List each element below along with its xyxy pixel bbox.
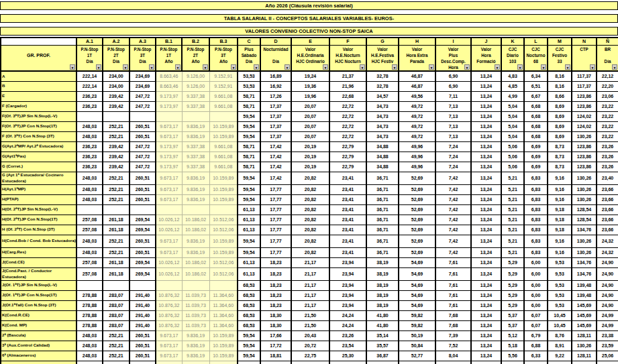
cell-C[interactable]: 68,53 bbox=[238, 300, 260, 310]
cell-I[interactable]: 7,42 bbox=[435, 204, 471, 215]
cell-F[interactable]: 23,94 bbox=[329, 290, 366, 300]
cell-G[interactable]: 36,71 bbox=[366, 184, 399, 194]
cell-K[interactable]: 5,29 bbox=[501, 280, 524, 290]
cell-A.3[interactable]: 269,54 bbox=[130, 215, 156, 225]
row-label[interactable]: J(Of. 1ªT)JP Sin N.Stop(L-V) bbox=[1, 280, 76, 290]
cell-A.2[interactable]: 234,00 bbox=[103, 81, 130, 91]
filter-dropdown-icon[interactable]: ▼ bbox=[149, 64, 154, 70]
col-header-I[interactable]: Valor Plus Desc.Comp. Hora▼ bbox=[435, 45, 471, 71]
cell-L[interactable]: 6,79 bbox=[524, 330, 548, 341]
cell-D[interactable]: 18,23 bbox=[260, 267, 291, 280]
cell-M[interactable]: 9,53 bbox=[548, 257, 572, 267]
filter-dropdown-icon[interactable]: ▼ bbox=[70, 64, 75, 70]
cell-Ñ[interactable]: 23,66 bbox=[597, 225, 618, 235]
cell-A.3[interactable]: 234,69 bbox=[130, 71, 156, 81]
cell-H[interactable]: 52,69 bbox=[399, 194, 435, 204]
cell-J[interactable]: 13,24 bbox=[471, 121, 501, 131]
cell-G[interactable]: 34,88 bbox=[366, 141, 399, 151]
cell-I[interactable]: 7,24 bbox=[435, 141, 471, 151]
cell-L[interactable]: 6,83 bbox=[524, 172, 548, 184]
cell-N[interactable]: 124,02 bbox=[572, 121, 597, 131]
row-label[interactable]: G(Ayt.2ªMP/ Ayt.2ª Estucadora) bbox=[1, 141, 76, 151]
cell-B.1[interactable]: 9.673,17 bbox=[156, 194, 182, 204]
cell-A.3[interactable]: 234,69 bbox=[130, 81, 156, 91]
cell-B.2[interactable]: 9.337,38 bbox=[182, 91, 209, 101]
cell-F[interactable]: 24,24 bbox=[329, 320, 366, 330]
cell-Ñ[interactable]: 23,38 bbox=[597, 330, 618, 341]
cell-G[interactable]: 41,80 bbox=[366, 320, 399, 330]
cell-B.1[interactable]: 9.173,97 bbox=[156, 101, 182, 111]
cell-M[interactable]: 9,53 bbox=[548, 300, 572, 310]
cell-F[interactable]: 22,68 bbox=[329, 91, 366, 101]
cell-K[interactable]: 4,83 bbox=[501, 71, 524, 81]
cell-K[interactable]: 4,85 bbox=[501, 81, 524, 91]
cell-D[interactable]: 18,23 bbox=[260, 300, 291, 310]
filter-dropdown-icon[interactable]: ▼ bbox=[203, 64, 208, 70]
cell-L[interactable]: 6,88 bbox=[524, 341, 548, 351]
cell-B.2[interactable]: 11.039,73 bbox=[182, 300, 209, 310]
cell-B.3[interactable]: 9.152,91 bbox=[209, 71, 238, 81]
cell-H[interactable]: 52,69 bbox=[399, 172, 435, 184]
cell-A.1[interactable]: 236,23 bbox=[76, 151, 103, 162]
cell-H[interactable]: 52,69 bbox=[399, 235, 435, 247]
cell-J[interactable]: 13,24 bbox=[471, 300, 501, 310]
cell-B.1[interactable]: 9.673,17 bbox=[156, 235, 182, 247]
cell-H[interactable]: 54,69 bbox=[399, 290, 435, 300]
cell-H[interactable]: 49,72 bbox=[399, 121, 435, 131]
cell-I[interactable]: 7,42 bbox=[435, 247, 471, 257]
cell-L[interactable]: 6,68 bbox=[524, 131, 548, 141]
cell-A.3[interactable]: 247,72 bbox=[130, 151, 156, 162]
cell-N[interactable]: 123,86 bbox=[572, 91, 597, 101]
cell-C[interactable]: 59,54 bbox=[238, 184, 260, 194]
col-header-B.1[interactable]: P.N-Stop 1T Año▼ bbox=[156, 45, 182, 71]
cell-B.3[interactable]: 11.364,60 bbox=[209, 300, 238, 310]
cell-K[interactable]: 5,21 bbox=[501, 184, 524, 194]
cell-B.1[interactable]: 10.876,32 bbox=[156, 320, 182, 330]
cell-G[interactable]: 38,19 bbox=[366, 257, 399, 267]
row-label[interactable]: K(Cond.R.CE) bbox=[1, 310, 76, 320]
cell-B.1[interactable]: 8.663,46 bbox=[156, 71, 182, 81]
cell-B.2[interactable]: 11.039,73 bbox=[182, 310, 209, 320]
cell-A.1[interactable]: 248,03 bbox=[76, 131, 103, 141]
cell-L[interactable]: 6,67 bbox=[524, 91, 548, 101]
cell-B.3[interactable]: 10.159,89 bbox=[209, 184, 238, 194]
cell-C[interactable]: 53,53 bbox=[238, 71, 260, 81]
cell-B.1[interactable]: 10.876,32 bbox=[156, 310, 182, 320]
cell-L[interactable]: 6,00 bbox=[524, 290, 548, 300]
cell-K[interactable]: 5,21 bbox=[501, 235, 524, 247]
row-label[interactable]: H(Of. 2ªT)JP Sin N.Stop(L-V) bbox=[1, 204, 76, 215]
cell-H[interactable]: 54,69 bbox=[399, 300, 435, 310]
cell-N[interactable]: 123,86 bbox=[572, 162, 597, 172]
cell-K[interactable]: 5,29 bbox=[501, 290, 524, 300]
cell-I[interactable]: 7,61 bbox=[435, 267, 471, 280]
cell-B.3[interactable]: 10.512,06 bbox=[209, 225, 238, 235]
cell-E[interactable]: 20,19 bbox=[291, 151, 329, 162]
cell-B.3[interactable] bbox=[209, 111, 238, 121]
cell-H[interactable]: 50,84 bbox=[399, 341, 435, 351]
cell-M[interactable]: 9,53 bbox=[548, 267, 572, 280]
cell-M[interactable]: 9,16 bbox=[548, 235, 572, 247]
col-header-N[interactable]: CTP▼ bbox=[572, 45, 597, 71]
cell-C[interactable]: 68,53 bbox=[238, 280, 260, 290]
filter-dropdown-icon[interactable]: ▼ bbox=[123, 64, 128, 70]
cell-M[interactable]: 10,45 bbox=[548, 320, 572, 330]
cell-Ñ[interactable]: 22,12 bbox=[597, 71, 618, 81]
cell-N[interactable]: 123,86 bbox=[572, 141, 597, 151]
cell-A.3[interactable]: 247,72 bbox=[130, 162, 156, 172]
cell-Ñ[interactable]: 24,90 bbox=[597, 257, 618, 267]
cell-B.3[interactable]: 10.159,89 bbox=[209, 351, 238, 361]
cell-I[interactable]: 7,42 bbox=[435, 172, 471, 184]
cell-G[interactable]: 36,71 bbox=[366, 235, 399, 247]
cell-K[interactable]: 5,06 bbox=[501, 151, 524, 162]
cell-M[interactable]: 9,53 bbox=[548, 290, 572, 300]
cell-B.2[interactable]: 9.836,19 bbox=[182, 247, 209, 257]
cell-B.1[interactable]: 9.173,97 bbox=[156, 151, 182, 162]
col-letter-B.3[interactable]: B.3 bbox=[209, 38, 238, 45]
cell-E[interactable]: 22,75 bbox=[291, 351, 329, 361]
col-letter-G[interactable]: G bbox=[366, 38, 399, 45]
cell-G[interactable]: 34,88 bbox=[366, 162, 399, 172]
cell-D[interactable]: 17,42 bbox=[260, 141, 291, 151]
col-letter-D[interactable]: D bbox=[260, 38, 291, 45]
cell-Ñ[interactable]: 24,32 bbox=[597, 247, 618, 257]
cell-I[interactable]: 7,61 bbox=[435, 280, 471, 290]
